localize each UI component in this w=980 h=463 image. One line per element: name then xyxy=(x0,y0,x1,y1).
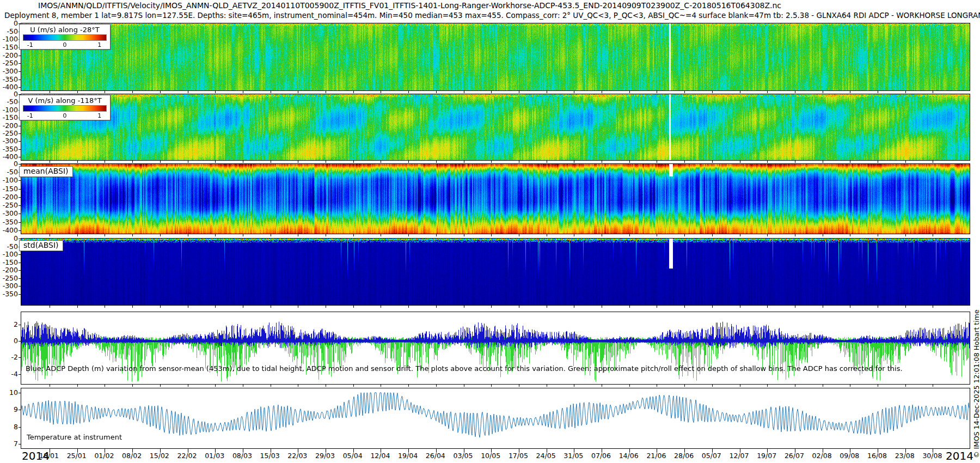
v-colorbar xyxy=(23,105,107,112)
y-tick-label: -250 xyxy=(0,202,18,209)
x-tick-mark xyxy=(77,161,78,163)
x-tick-mark xyxy=(353,161,354,163)
x-tick-mark xyxy=(574,91,574,93)
x-tick-mark xyxy=(77,385,78,387)
x-tick-mark xyxy=(50,234,50,236)
x-tick-mark xyxy=(353,91,354,93)
y-tick-mark xyxy=(19,263,21,263)
y-tick-label: 8 xyxy=(0,423,18,430)
x-tick-mark xyxy=(381,91,381,93)
y-tick-label: -400 xyxy=(0,227,18,234)
x-tick-mark xyxy=(574,234,574,236)
x-tick-mark xyxy=(684,385,685,387)
x-tick-mark xyxy=(326,91,326,93)
x-tick-mark xyxy=(408,234,409,236)
x-tick-mark xyxy=(243,161,243,163)
x-tick-mark xyxy=(464,161,464,163)
mean-absi-heatmap xyxy=(21,164,970,234)
x-tick-mark xyxy=(602,161,602,163)
x-tick-label: 05/04 xyxy=(343,452,363,460)
x-tick-mark xyxy=(464,91,464,93)
panel-temperature: Temperature at instrument 10987 xyxy=(21,388,970,449)
y-tick-label: -350 xyxy=(0,76,18,83)
y-tick-mark xyxy=(19,374,21,375)
y-tick-label: -50 xyxy=(0,28,18,35)
x-tick-mark xyxy=(271,234,271,236)
x-tick-mark xyxy=(574,306,574,308)
y-tick-mark xyxy=(19,205,21,206)
depth-variation-plot xyxy=(21,312,970,384)
x-tick-mark xyxy=(160,306,161,308)
u-legend: U (m/s) along -28°T -1 0 1 xyxy=(19,24,111,50)
panel-v-velocity: V (m/s) along -118°T -1 0 1 0-50-100-150… xyxy=(21,94,970,161)
x-tick-label: 16/08 xyxy=(867,452,887,460)
x-tick-mark xyxy=(408,161,409,163)
x-tick-mark xyxy=(491,234,492,236)
y-tick-mark xyxy=(19,294,21,295)
x-tick-mark xyxy=(657,306,657,308)
x-tick-mark xyxy=(188,161,188,163)
x-tick-mark xyxy=(271,91,271,93)
x-tick-label: 01/03 xyxy=(205,452,224,460)
x-tick-mark xyxy=(353,306,354,308)
x-tick-mark xyxy=(602,234,602,236)
x-tick-label: 26/04 xyxy=(426,452,445,460)
x-tick-mark xyxy=(684,234,685,236)
x-tick-mark xyxy=(795,234,795,236)
x-tick-mark xyxy=(602,306,602,308)
x-tick-mark xyxy=(243,91,243,93)
x-tick-mark xyxy=(381,385,381,387)
x-tick-mark xyxy=(740,306,740,308)
x-tick-mark xyxy=(519,385,519,387)
y-tick-label: 0 xyxy=(0,235,18,242)
x-tick-mark xyxy=(105,161,105,163)
y-tick-mark xyxy=(19,87,21,88)
x-tick-mark xyxy=(464,385,464,387)
y-tick-mark xyxy=(19,254,21,255)
x-tick-label: 08/02 xyxy=(122,452,142,460)
y-tick-label: -4 xyxy=(0,371,18,378)
x-tick-mark xyxy=(850,234,850,236)
x-tick-mark xyxy=(905,385,906,387)
x-tick-mark xyxy=(657,234,657,236)
y-tick-label: -200 xyxy=(0,194,18,201)
x-tick-mark xyxy=(105,234,105,236)
x-tick-mark xyxy=(519,91,519,93)
y-tick-mark xyxy=(19,286,21,287)
y-tick-mark xyxy=(19,126,21,126)
x-tick-mark xyxy=(381,306,381,308)
x-tick-mark xyxy=(823,234,823,236)
x-tick-mark xyxy=(298,306,298,308)
x-tick-mark xyxy=(629,234,630,236)
x-tick-mark xyxy=(547,161,547,163)
x-tick-mark xyxy=(823,91,823,93)
y-tick-mark xyxy=(19,222,21,223)
x-tick-mark xyxy=(878,91,878,93)
y-tick-label: -350 xyxy=(0,290,18,297)
x-tick-mark xyxy=(408,385,409,387)
x-tick-mark xyxy=(271,161,271,163)
x-tick-mark xyxy=(574,385,574,387)
x-tick-label: 17/05 xyxy=(509,452,528,460)
x-tick-mark xyxy=(795,306,795,308)
y-tick-label: -100 xyxy=(0,177,18,184)
x-tick-label: 23/08 xyxy=(895,452,915,460)
x-tick-mark xyxy=(767,161,768,163)
x-tick-label: 15/02 xyxy=(150,452,169,460)
x-tick-mark xyxy=(850,161,850,163)
x-tick-mark xyxy=(326,234,326,236)
y-tick-label: -350 xyxy=(0,146,18,153)
panel-u-velocity: U (m/s) along -28°T -1 0 1 0-50-100-150-… xyxy=(21,23,970,91)
y-tick-mark xyxy=(19,444,21,444)
depth-variation-caption: Blue: ADCP Depth (m) variation from sens… xyxy=(26,364,903,373)
x-tick-label: 12/07 xyxy=(729,452,749,460)
x-tick-mark xyxy=(77,306,78,308)
x-tick-mark xyxy=(160,161,161,163)
x-tick-mark xyxy=(215,91,216,93)
x-tick-mark xyxy=(436,385,437,387)
y-tick-label: 7 xyxy=(0,441,18,448)
x-tick-label: 02/08 xyxy=(812,452,832,460)
y-tick-mark xyxy=(19,71,21,72)
x-tick-mark xyxy=(712,91,713,93)
v-colorbar-tick-pos1: 1 xyxy=(97,112,101,119)
